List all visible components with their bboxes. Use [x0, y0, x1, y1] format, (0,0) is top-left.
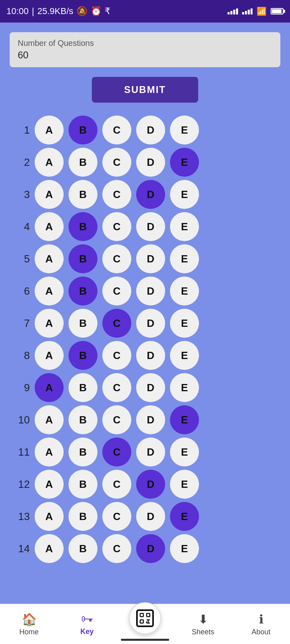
- answer-option-e[interactable]: E: [170, 116, 199, 144]
- answer-options: ABCDE: [35, 148, 199, 177]
- answer-option-c[interactable]: C: [102, 180, 131, 209]
- answer-options: ABCDE: [35, 502, 199, 531]
- answer-options: ABCDE: [35, 277, 199, 305]
- answer-option-a[interactable]: A: [35, 212, 64, 241]
- answer-option-b[interactable]: B: [68, 212, 97, 241]
- time-display: 10:00: [6, 6, 29, 17]
- answer-option-b[interactable]: B: [68, 470, 97, 499]
- row-number: 1: [10, 124, 30, 136]
- answer-grid: 1ABCDE2ABCDE3ABCDE4ABCDE5ABCDE6ABCDE7ABC…: [10, 116, 280, 563]
- answer-option-d[interactable]: D: [136, 470, 165, 499]
- row-number: 13: [10, 510, 30, 523]
- answer-option-e[interactable]: E: [170, 502, 199, 531]
- wifi-icon: 📶: [257, 6, 267, 16]
- nav-item-sheets[interactable]: ⬇ Sheets: [174, 612, 232, 636]
- answer-option-d[interactable]: D: [136, 502, 165, 531]
- answer-option-c[interactable]: C: [102, 244, 131, 273]
- answer-option-c[interactable]: C: [102, 470, 131, 499]
- answer-option-e[interactable]: E: [170, 534, 199, 563]
- answer-row: 13ABCDE: [10, 502, 280, 531]
- answer-option-e[interactable]: E: [170, 438, 199, 466]
- answer-option-d[interactable]: D: [136, 438, 165, 466]
- answer-option-c[interactable]: C: [102, 116, 131, 144]
- nav-item-about[interactable]: ℹ About: [232, 612, 290, 636]
- questions-input-container[interactable]: Number of Questions 60: [10, 32, 280, 67]
- answer-option-a[interactable]: A: [35, 438, 64, 466]
- scan-fab-button[interactable]: [129, 602, 161, 634]
- answer-option-a[interactable]: A: [35, 502, 64, 531]
- answer-option-e[interactable]: E: [170, 470, 199, 499]
- speed-display: 25.9KB/s: [37, 6, 73, 17]
- nav-item-home[interactable]: 🏠 Home: [0, 612, 58, 636]
- answer-option-c[interactable]: C: [102, 309, 131, 338]
- status-bar: 10:00 | 25.9KB/s 🔕 ⏰ ₹ 📶: [0, 0, 290, 23]
- answer-row: 4ABCDE: [10, 212, 280, 241]
- answer-option-e[interactable]: E: [170, 277, 199, 305]
- answer-option-e[interactable]: E: [170, 309, 199, 338]
- answer-option-a[interactable]: A: [35, 148, 64, 177]
- answer-option-e[interactable]: E: [170, 212, 199, 241]
- answer-option-d[interactable]: D: [136, 116, 165, 144]
- nav-item-key[interactable]: 🗝 Key: [58, 612, 116, 636]
- answer-option-e[interactable]: E: [170, 405, 199, 434]
- answer-option-d[interactable]: D: [136, 148, 165, 177]
- answer-option-c[interactable]: C: [102, 277, 131, 305]
- answer-option-d[interactable]: D: [136, 373, 165, 402]
- answer-option-d[interactable]: D: [136, 405, 165, 434]
- answer-row: 12ABCDE: [10, 470, 280, 499]
- answer-option-c[interactable]: C: [102, 212, 131, 241]
- answer-option-d[interactable]: D: [136, 180, 165, 209]
- answer-option-b[interactable]: B: [68, 502, 97, 531]
- nav-label-home: Home: [19, 628, 39, 636]
- row-number: 7: [10, 317, 30, 330]
- answer-option-c[interactable]: C: [102, 148, 131, 177]
- answer-option-b[interactable]: B: [68, 277, 97, 305]
- answer-option-e[interactable]: E: [170, 373, 199, 402]
- answer-option-a[interactable]: A: [35, 309, 64, 338]
- answer-option-c[interactable]: C: [102, 502, 131, 531]
- answer-options: ABCDE: [35, 244, 199, 273]
- signal-bars-1: [228, 8, 238, 14]
- answer-option-a[interactable]: A: [35, 244, 64, 273]
- answer-option-e[interactable]: E: [170, 180, 199, 209]
- answer-option-b[interactable]: B: [68, 148, 97, 177]
- answer-option-a[interactable]: A: [35, 277, 64, 305]
- answer-option-d[interactable]: D: [136, 534, 165, 563]
- answer-option-b[interactable]: B: [68, 180, 97, 209]
- answer-option-a[interactable]: A: [35, 534, 64, 563]
- answer-option-c[interactable]: C: [102, 405, 131, 434]
- answer-option-d[interactable]: D: [136, 212, 165, 241]
- answer-option-d[interactable]: D: [136, 309, 165, 338]
- answer-option-b[interactable]: B: [68, 244, 97, 273]
- answer-option-c[interactable]: C: [102, 373, 131, 402]
- nav-label-key: Key: [80, 627, 93, 636]
- answer-option-d[interactable]: D: [136, 244, 165, 273]
- answer-option-b[interactable]: B: [68, 373, 97, 402]
- nav-item-scan[interactable]: [116, 614, 174, 634]
- answer-option-a[interactable]: A: [35, 470, 64, 499]
- answer-option-b[interactable]: B: [68, 438, 97, 466]
- answer-option-a[interactable]: A: [35, 373, 64, 402]
- answer-option-b[interactable]: B: [68, 116, 97, 144]
- answer-option-e[interactable]: E: [170, 148, 199, 177]
- answer-option-a[interactable]: A: [35, 341, 64, 370]
- answer-option-b[interactable]: B: [68, 341, 97, 370]
- main-content: Number of Questions 60 SUBMIT 1ABCDE2ABC…: [0, 23, 290, 603]
- answer-option-a[interactable]: A: [35, 180, 64, 209]
- answer-option-d[interactable]: D: [136, 341, 165, 370]
- answer-option-e[interactable]: E: [170, 244, 199, 273]
- answer-option-b[interactable]: B: [68, 309, 97, 338]
- answer-option-e[interactable]: E: [170, 341, 199, 370]
- answer-option-a[interactable]: A: [35, 116, 64, 144]
- answer-option-a[interactable]: A: [35, 405, 64, 434]
- answer-option-b[interactable]: B: [68, 405, 97, 434]
- answer-option-c[interactable]: C: [102, 438, 131, 466]
- submit-button[interactable]: SUBMIT: [92, 77, 198, 103]
- answer-row: 6ABCDE: [10, 277, 280, 305]
- row-number: 4: [10, 221, 30, 233]
- sheets-icon: ⬇: [198, 612, 208, 626]
- answer-option-c[interactable]: C: [102, 534, 131, 563]
- answer-option-c[interactable]: C: [102, 341, 131, 370]
- answer-option-d[interactable]: D: [136, 277, 165, 305]
- answer-option-b[interactable]: B: [68, 534, 97, 563]
